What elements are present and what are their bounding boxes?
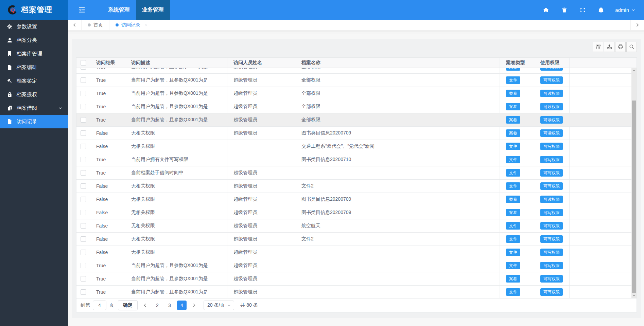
cell-archive-name — [295, 259, 500, 272]
row-checkbox[interactable] — [81, 144, 86, 149]
row-checkbox[interactable] — [81, 183, 86, 189]
scroll-up-icon[interactable] — [631, 68, 637, 73]
select-all-checkbox[interactable] — [81, 60, 86, 66]
home-icon[interactable] — [542, 6, 550, 14]
nav-tab-1[interactable]: 系统管理 — [102, 0, 136, 20]
permission-tag: 可读权限 — [540, 196, 563, 203]
row-checkbox[interactable] — [81, 236, 86, 242]
row-checkbox[interactable] — [81, 157, 86, 162]
sidebar-item-label: 参数设置 — [17, 23, 37, 30]
row-checkbox-cell — [76, 140, 90, 153]
table-header-row: 访问结果访问描述访问人员姓名档案名称案卷类型使用权限 — [76, 58, 637, 68]
sidebar-item[interactable]: 档案编研 — [0, 60, 68, 74]
row-checkbox[interactable] — [81, 210, 86, 215]
cell-access-result: False — [90, 246, 125, 259]
cell-access-result: True — [90, 113, 125, 126]
sidebar-item[interactable]: 档案分类 — [0, 33, 68, 47]
cell-access-result: True — [90, 259, 125, 272]
row-checkbox[interactable] — [81, 77, 86, 83]
user-menu[interactable]: admin — [615, 7, 636, 13]
cell-person-name — [227, 140, 295, 153]
sidebar-item[interactable]: 档案授权 — [0, 88, 68, 101]
column-header: 访问描述 — [125, 58, 227, 68]
cell-permission: 可写权限 — [534, 206, 570, 219]
goto-label: 到第 — [81, 302, 90, 308]
bell-icon[interactable] — [597, 6, 605, 14]
page-tab[interactable]: 首页 — [82, 20, 109, 30]
sidebar-collapse-icon[interactable] — [72, 0, 92, 20]
permission-tag: 可读权限 — [540, 129, 563, 137]
page-number-4[interactable]: 4 — [177, 301, 187, 310]
sidebar-item[interactable]: 档案库管理 — [0, 47, 68, 60]
fullscreen-icon[interactable] — [578, 6, 587, 14]
cell-person-name: 超级管理员 — [227, 87, 295, 100]
permission-tag: 可写权限 — [540, 209, 563, 216]
confirm-page-button[interactable]: 确定 — [118, 300, 138, 310]
row-checkbox[interactable] — [81, 104, 86, 109]
vertical-scrollbar[interactable] — [631, 68, 637, 298]
cell-permission: 可读权限 — [534, 113, 570, 126]
row-checkbox[interactable] — [81, 170, 86, 176]
file-type-tag: 文件 — [506, 262, 520, 269]
app-header: Q 档案管理 系统管理业务管理 admin — [0, 0, 644, 20]
row-checkbox[interactable] — [81, 276, 86, 282]
row-checkbox[interactable] — [81, 250, 86, 255]
row-checkbox[interactable] — [81, 68, 86, 70]
cell-person-name: 超级管理员 — [227, 219, 295, 232]
page-tab[interactable]: 访问记录 — [109, 20, 154, 30]
tabs-scroll-left-icon[interactable] — [68, 20, 82, 30]
main-content: 访问结果访问描述访问人员姓名档案名称案卷类型使用权限 True当前用户为超管，且… — [68, 34, 644, 326]
file-type-tag: 案卷 — [506, 90, 520, 97]
sidebar-item[interactable]: 参数设置 — [0, 20, 68, 33]
cogs-icon — [7, 24, 13, 30]
columns-button[interactable] — [593, 42, 603, 52]
cell-file-type: 案卷 — [500, 127, 534, 140]
cell-person-name — [227, 153, 295, 166]
row-checkbox[interactable] — [81, 223, 86, 229]
row-checkbox[interactable] — [81, 130, 86, 136]
scroll-down-icon[interactable] — [631, 293, 637, 298]
close-icon[interactable] — [144, 23, 148, 27]
page-number-input[interactable] — [93, 301, 106, 310]
row-checkbox[interactable] — [81, 197, 86, 202]
page-number-3[interactable]: 3 — [165, 301, 174, 310]
cell-file-type: 文件 — [500, 233, 534, 246]
page-size-select[interactable]: 20 条/页 — [204, 301, 234, 310]
row-checkbox[interactable] — [81, 91, 86, 96]
row-checkbox[interactable] — [81, 117, 86, 123]
table-row: True当前用户为超管，且参数QX001为是超级管理员全部权限案卷可读权限 — [76, 87, 637, 100]
export-button[interactable] — [604, 42, 614, 52]
row-checkbox[interactable] — [81, 263, 86, 268]
nav-tab-2[interactable]: 业务管理 — [136, 0, 170, 20]
table-row: True当前档案处于借阅时间中超级管理员文件可写权限 — [76, 166, 637, 180]
cell-file-type: 案卷 — [500, 206, 534, 219]
cell-archive-name: 全部权限 — [295, 113, 500, 126]
print-button[interactable] — [615, 42, 626, 52]
sidebar-item-label: 访问记录 — [17, 119, 37, 125]
sidebar-item[interactable]: 档案鉴定 — [0, 74, 68, 88]
cell-archive-name: 图书类目信息20200710 — [295, 153, 500, 166]
row-filler — [570, 113, 637, 126]
sidebar-item[interactable]: 档案借阅 — [0, 101, 68, 115]
zoom-button[interactable] — [626, 42, 637, 52]
row-checkbox-cell — [76, 193, 90, 206]
column-header: 案卷类型 — [500, 58, 534, 68]
scrollbar-thumb[interactable] — [632, 101, 636, 293]
sidebar-item[interactable]: 访问记录 — [0, 115, 68, 128]
total-count-label: 共 80 条 — [240, 302, 258, 308]
row-filler — [570, 286, 637, 298]
prev-page-icon[interactable] — [140, 301, 150, 310]
cell-file-type: 案卷 — [500, 100, 534, 113]
tabs-scroll-right-icon[interactable] — [630, 20, 644, 30]
row-checkbox-cell — [76, 246, 90, 259]
file-type-tag: 文件 — [506, 288, 520, 296]
chevron-down-icon — [631, 8, 636, 12]
cell-file-type: 案卷 — [500, 68, 534, 73]
permission-tag: 可写权限 — [540, 143, 563, 150]
page-tab-label: 访问记录 — [121, 22, 140, 28]
cell-access-desc: 当前用户为超管，且参数QX001为是 — [125, 74, 227, 87]
trash-icon[interactable] — [560, 6, 568, 14]
next-page-icon[interactable] — [189, 301, 199, 310]
row-checkbox[interactable] — [81, 289, 86, 295]
page-number-2[interactable]: 2 — [153, 301, 162, 310]
